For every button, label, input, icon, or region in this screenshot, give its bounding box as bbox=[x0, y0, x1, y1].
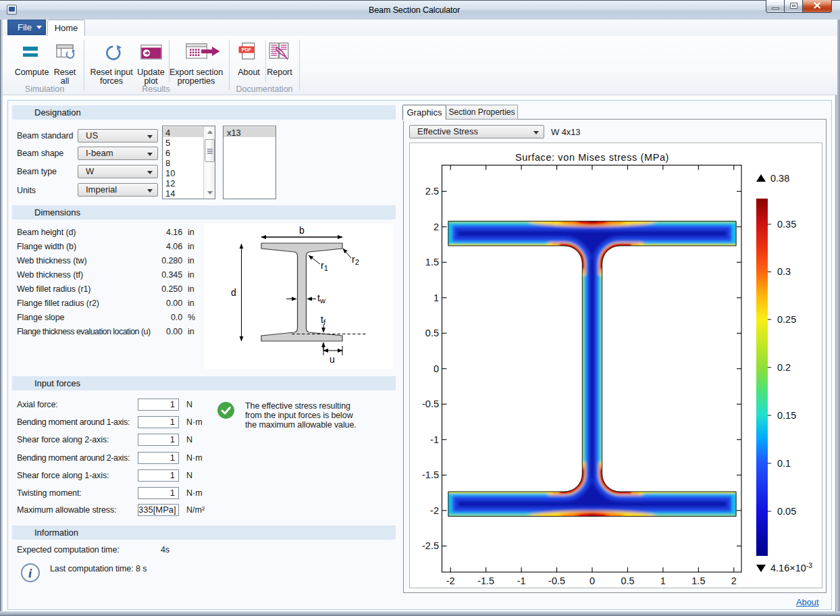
svg-text:-1.5: -1.5 bbox=[422, 469, 439, 480]
svg-text:-2.5: -2.5 bbox=[422, 540, 439, 551]
svg-text:1: 1 bbox=[434, 292, 439, 303]
svg-text:r1: r1 bbox=[321, 260, 328, 272]
svg-text:-2: -2 bbox=[430, 505, 439, 516]
svg-text:0.35: 0.35 bbox=[777, 219, 796, 230]
svg-text:0.15: 0.15 bbox=[777, 410, 796, 421]
svg-text:2: 2 bbox=[434, 222, 439, 232]
svg-text:tw: tw bbox=[317, 292, 325, 305]
svg-text:0: 0 bbox=[434, 363, 439, 374]
svg-text:-0.5: -0.5 bbox=[422, 399, 439, 409]
svg-text:-1.5: -1.5 bbox=[477, 575, 494, 586]
svg-text:1.5: 1.5 bbox=[691, 575, 705, 586]
svg-text:2: 2 bbox=[731, 575, 737, 586]
svg-text:r2: r2 bbox=[352, 254, 359, 266]
svg-text:b: b bbox=[299, 225, 305, 236]
svg-text:d: d bbox=[231, 287, 236, 298]
svg-text:0.25: 0.25 bbox=[777, 314, 796, 325]
svg-text:PDF: PDF bbox=[242, 47, 252, 53]
svg-text:0.3: 0.3 bbox=[777, 266, 791, 277]
svg-text:-1: -1 bbox=[430, 434, 439, 445]
svg-text:u: u bbox=[330, 354, 335, 365]
svg-text:-1: -1 bbox=[517, 575, 526, 586]
svg-text:1: 1 bbox=[660, 575, 666, 586]
svg-text:0: 0 bbox=[589, 575, 595, 586]
svg-text:0.05: 0.05 bbox=[777, 506, 796, 517]
svg-text:0.38: 0.38 bbox=[770, 173, 789, 184]
svg-text:1.5: 1.5 bbox=[425, 257, 439, 267]
svg-text:0.5: 0.5 bbox=[425, 328, 439, 338]
svg-text:0.5: 0.5 bbox=[621, 575, 634, 586]
svg-text:-0.5: -0.5 bbox=[548, 575, 565, 586]
svg-text:-2: -2 bbox=[446, 575, 455, 586]
svg-text:2.5: 2.5 bbox=[425, 186, 439, 197]
svg-text:0.2: 0.2 bbox=[777, 362, 791, 373]
svg-text:Surface: von Mises stress (MPa: Surface: von Mises stress (MPa) bbox=[515, 152, 669, 163]
svg-text:4.16×10-3: 4.16×10-3 bbox=[770, 561, 812, 573]
svg-text:0.1: 0.1 bbox=[777, 458, 791, 469]
